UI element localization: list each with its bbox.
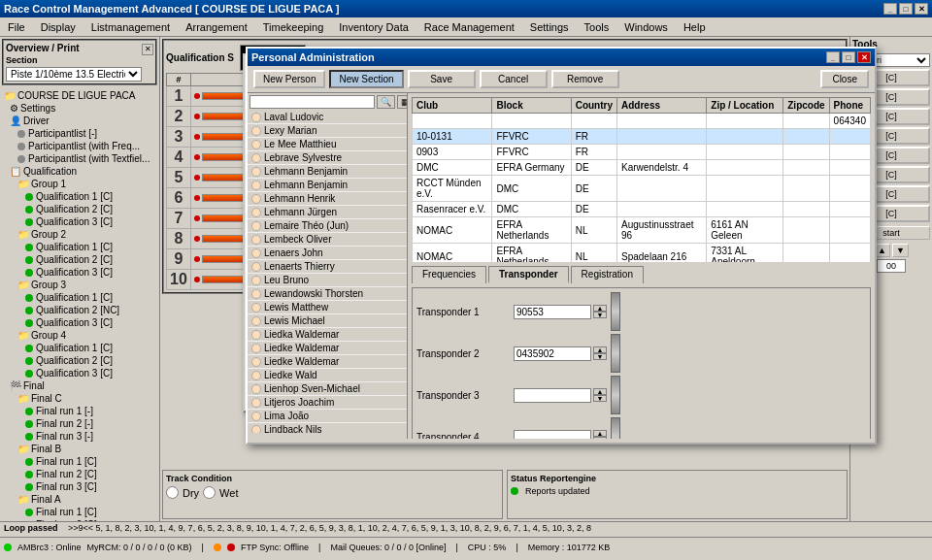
admin-person-item[interactable]: Leu Bruno	[248, 274, 407, 287]
final-b-item[interactable]: 📁 Final B	[2, 443, 157, 455]
transponder-input-2[interactable]	[514, 388, 591, 403]
g1q3[interactable]: Qualification 3 [C]	[2, 215, 157, 228]
fa-r2[interactable]: Final run 2 [C]	[2, 518, 157, 521]
transponder-input-3[interactable]	[514, 430, 591, 440]
menu-file[interactable]: File	[4, 19, 29, 35]
cancel-btn[interactable]: Cancel	[480, 70, 548, 88]
track-wet-radio[interactable]	[203, 486, 216, 499]
partd3-item[interactable]: Participantlist (with Textfiel...	[2, 152, 157, 165]
menu-windows[interactable]: Windows	[620, 19, 672, 35]
final-a-item[interactable]: 📁 Final A	[2, 493, 157, 506]
g1q1[interactable]: Qualification 1 [C]	[2, 190, 157, 203]
g1q2[interactable]: Qualification 2 [C]	[2, 203, 157, 215]
admin-person-item[interactable]: Lehmann Henrik	[248, 192, 407, 206]
admin-search-input[interactable]	[250, 95, 375, 109]
g2q2[interactable]: Qualification 2 [C]	[2, 253, 157, 266]
close-btn[interactable]: Close	[820, 70, 869, 88]
stepper-down[interactable]: ▼	[892, 244, 909, 257]
stepper-down-1[interactable]: ▼	[593, 353, 607, 360]
admin-person-item[interactable]: Lehmann Jürgen	[248, 206, 407, 219]
g3q3[interactable]: Qualification 3 [C]	[2, 316, 157, 329]
final-tree[interactable]: 🏁 Final	[2, 379, 157, 392]
admin-close-x[interactable]: ✕	[857, 51, 871, 63]
g2q3[interactable]: Qualification 3 [C]	[2, 266, 157, 279]
tab-frequencies[interactable]: Frequencies	[412, 266, 486, 283]
group1-item[interactable]: 📁 Group 1	[2, 178, 157, 190]
admin-person-item[interactable]: Liedka Waldemar	[248, 328, 407, 342]
partd1-item[interactable]: Participantlist [-]	[2, 127, 157, 140]
final-c-item[interactable]: 📁 Final C	[2, 392, 157, 405]
new-section-btn[interactable]: New Section	[329, 70, 403, 88]
admin-person-item[interactable]: Litjeros Joachim	[248, 396, 407, 410]
g3q2[interactable]: Qualification 2 [NC]	[2, 304, 157, 316]
transponder-slider-1[interactable]	[611, 334, 620, 373]
menu-timekeeping[interactable]: Timekeeping	[259, 19, 328, 35]
admin-person-item[interactable]: Lienhop Sven-Michael	[248, 382, 407, 396]
fb-r2[interactable]: Final run 2 [C]	[2, 468, 157, 480]
menu-listmgmt[interactable]: Listmanagement	[87, 19, 174, 35]
admin-maximize[interactable]: □	[842, 51, 855, 63]
menu-inventory[interactable]: Inventory Data	[335, 19, 413, 35]
admin-person-item[interactable]: Lima João	[248, 410, 407, 423]
admin-person-item[interactable]: Lenaers John	[248, 247, 407, 260]
admin-person-item[interactable]: Liedke Waldemar	[248, 355, 407, 369]
admin-person-item[interactable]: Lemaire Théo (Jun)	[248, 219, 407, 233]
transponder-slider-0[interactable]	[611, 292, 620, 331]
fb-r1[interactable]: Final run 1 [C]	[2, 455, 157, 468]
settings-item[interactable]: ⚙ Settings	[2, 102, 157, 115]
menu-arrangement[interactable]: Arrangement	[182, 19, 251, 35]
stepper-up-2[interactable]: ▲	[593, 388, 607, 395]
driver-item[interactable]: 👤 Driver	[2, 115, 157, 127]
transponder-input-0[interactable]	[514, 305, 591, 319]
fa-r1[interactable]: Final run 1 [C]	[2, 506, 157, 518]
g4q3[interactable]: Qualification 3 [C]	[2, 367, 157, 379]
stepper-up-0[interactable]: ▲	[593, 305, 607, 312]
menu-display[interactable]: Display	[37, 19, 80, 35]
fc-r2[interactable]: Final run 2 [-]	[2, 417, 157, 430]
admin-person-item[interactable]: Liedke Waldemar	[248, 342, 407, 355]
admin-person-item[interactable]: Lewandowski Thorsten	[248, 287, 407, 301]
admin-person-item[interactable]: Lindback Nils	[248, 423, 407, 433]
transponder-slider-2[interactable]	[611, 376, 620, 414]
stepper-down-3[interactable]: ▼	[593, 437, 607, 439]
group4-item[interactable]: 📁 Group 4	[2, 329, 157, 342]
overview-close[interactable]: ✕	[142, 44, 153, 55]
admin-person-item[interactable]: Lebrave Sylvestre	[248, 151, 407, 165]
fc-r1[interactable]: Final run 1 [-]	[2, 405, 157, 417]
admin-minimize[interactable]: _	[826, 51, 840, 63]
track-dry-radio[interactable]	[166, 486, 179, 499]
maximize-btn[interactable]: □	[899, 3, 913, 15]
admin-person-item[interactable]: Liedke Wald	[248, 369, 407, 382]
partd2-item[interactable]: Participantlist (with Freq...	[2, 140, 157, 152]
admin-person-item[interactable]: Lehmann Benjamin	[248, 179, 407, 192]
transponder-slider-3[interactable]	[611, 417, 620, 439]
admin-search-btn[interactable]: 🔍	[377, 95, 395, 109]
menu-settings[interactable]: Settings	[526, 19, 573, 35]
fb-r3[interactable]: Final run 3 [C]	[2, 480, 157, 493]
admin-person-item[interactable]: Lewis Michael	[248, 314, 407, 328]
fc-r3[interactable]: Final run 3 [-]	[2, 430, 157, 443]
admin-person-item[interactable]: Lewis Matthew	[248, 301, 407, 314]
menu-race[interactable]: Race Management	[420, 19, 518, 35]
admin-grid-btn[interactable]: ▦	[397, 95, 408, 109]
menu-help[interactable]: Help	[680, 19, 710, 35]
group2-item[interactable]: 📁 Group 2	[2, 228, 157, 241]
g2q1[interactable]: Qualification 1 [C]	[2, 241, 157, 253]
tab-registration[interactable]: Registration	[571, 266, 644, 283]
group3-item[interactable]: 📁 Group 3	[2, 279, 157, 291]
g3q1[interactable]: Qualification 1 [C]	[2, 291, 157, 304]
transponder-input-1[interactable]	[514, 346, 591, 361]
stepper-up-3[interactable]: ▲	[593, 430, 607, 437]
admin-person-item[interactable]: Lenaerts Thierry	[248, 260, 407, 274]
save-btn[interactable]: Save	[408, 70, 476, 88]
stepper-down-0[interactable]: ▼	[593, 312, 607, 318]
admin-person-list[interactable]: Laval LudovicLexy MarianLe Mee MatthieuL…	[248, 111, 407, 433]
g4q2[interactable]: Qualification 2 [C]	[2, 354, 157, 367]
section-dropdown[interactable]: Piste 1/10ème 13.5 Electrique	[6, 67, 142, 82]
admin-person-item[interactable]: Lehmann Benjamin	[248, 165, 407, 179]
menu-tools[interactable]: Tools	[581, 19, 614, 35]
remove-btn[interactable]: Remove	[551, 70, 619, 88]
admin-person-item[interactable]: Le Mee Matthieu	[248, 138, 407, 151]
admin-person-item[interactable]: Lembeck Oliver	[248, 233, 407, 247]
close-btn[interactable]: ✕	[915, 3, 928, 15]
